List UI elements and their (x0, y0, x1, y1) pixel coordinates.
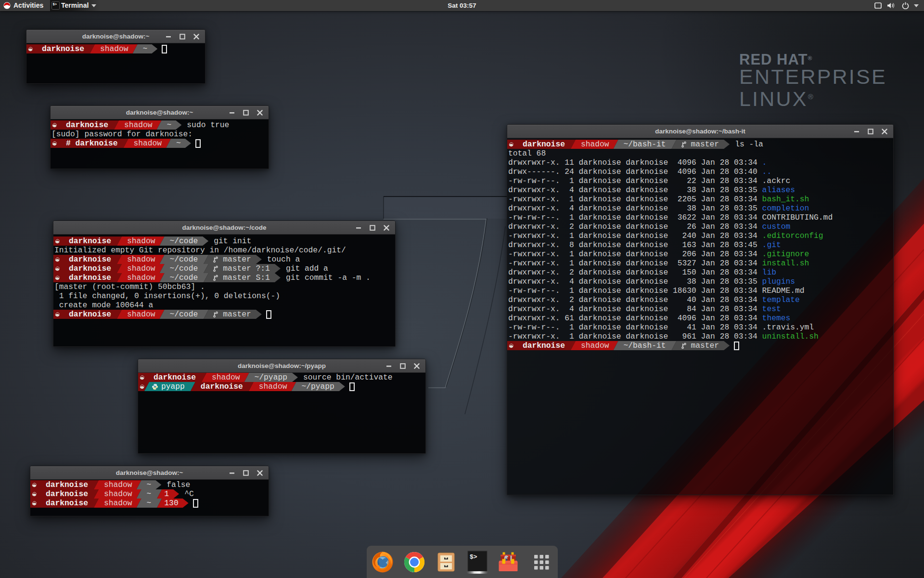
svg-text:$>: $> (470, 553, 477, 561)
